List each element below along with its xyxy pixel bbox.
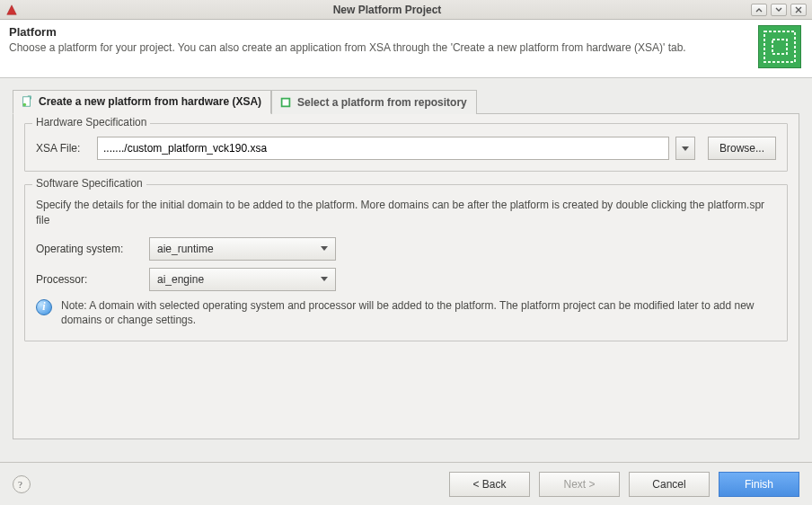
processor-select[interactable]: ai_engine — [149, 268, 336, 291]
svg-rect-1 — [772, 40, 787, 54]
svg-point-3 — [23, 103, 27, 107]
tab-select-from-repo[interactable]: Select a platform from repository — [271, 90, 477, 114]
tab-bar: Create a new platform from hardware (XSA… — [13, 89, 799, 114]
page-description: Choose a platform for your project. You … — [9, 40, 749, 55]
domain-note: Note: A domain with selected operating s… — [61, 298, 776, 329]
group-hardware-spec: Hardware Specification XSA File: Browse.… — [24, 123, 788, 172]
tab-page-create: Hardware Specification XSA File: Browse.… — [13, 114, 799, 439]
chevron-down-icon — [321, 246, 328, 251]
os-label: Operating system: — [36, 243, 142, 255]
group-software-spec: Software Specification Specify the detai… — [24, 184, 788, 341]
close-button[interactable] — [790, 4, 807, 16]
xsa-file-dropdown[interactable] — [675, 137, 695, 160]
svg-text:?: ? — [18, 479, 22, 490]
browse-button[interactable]: Browse... — [708, 137, 776, 160]
wizard-header: Platform Choose a platform for your proj… — [0, 20, 812, 78]
chevron-down-icon — [682, 146, 689, 151]
chevron-down-icon — [321, 277, 328, 281]
software-spec-description: Specify the details for the initial doma… — [36, 198, 776, 228]
svg-rect-0 — [764, 31, 795, 62]
back-button[interactable]: < Back — [449, 472, 530, 497]
svg-rect-5 — [283, 99, 289, 105]
maximize-button[interactable] — [771, 4, 787, 16]
window-title: New Platform Project — [23, 4, 751, 16]
group-legend: Software Specification — [32, 177, 146, 190]
xsa-file-input[interactable] — [97, 137, 669, 160]
tab-label: Create a new platform from hardware (XSA… — [39, 95, 261, 108]
page-title: Platform — [9, 25, 749, 39]
os-select-value: aie_runtime — [157, 243, 214, 255]
os-select[interactable]: aie_runtime — [149, 237, 336, 261]
help-button[interactable]: ? — [13, 475, 31, 493]
platform-banner-icon — [758, 25, 801, 68]
window-titlebar: New Platform Project — [0, 0, 812, 20]
tab-label: Select a platform from repository — [297, 96, 467, 109]
processor-select-value: ai_engine — [157, 273, 204, 286]
next-button[interactable]: Next > — [539, 472, 620, 497]
help-icon: ? — [16, 479, 27, 490]
info-icon: i — [36, 299, 52, 315]
cancel-button[interactable]: Cancel — [629, 472, 710, 497]
tab-create-from-xsa[interactable]: Create a new platform from hardware (XSA… — [13, 90, 271, 114]
xsa-file-label: XSA File: — [36, 142, 90, 155]
repo-icon — [279, 96, 292, 109]
wizard-footer: ? < Back Next > Cancel Finish — [0, 462, 812, 505]
app-icon — [5, 4, 18, 16]
minimize-button[interactable] — [751, 4, 767, 16]
finish-button[interactable]: Finish — [719, 472, 799, 497]
group-legend: Hardware Specification — [32, 116, 150, 128]
processor-label: Processor: — [36, 273, 142, 286]
new-file-icon — [21, 95, 33, 108]
